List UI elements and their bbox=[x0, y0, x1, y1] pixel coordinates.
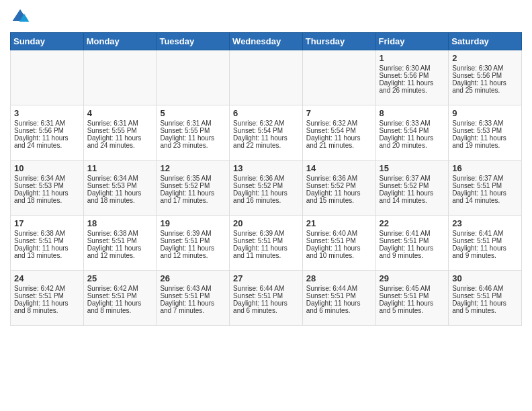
day-number: 12 bbox=[160, 163, 226, 173]
day-number: 3 bbox=[14, 108, 80, 118]
calendar-cell: 21Sunrise: 6:40 AMSunset: 5:51 PMDayligh… bbox=[302, 216, 375, 271]
day-number: 7 bbox=[306, 108, 372, 118]
col-sunday: Sunday bbox=[11, 33, 84, 50]
calendar-cell: 29Sunrise: 6:45 AMSunset: 5:51 PMDayligh… bbox=[375, 271, 449, 326]
day-number: 18 bbox=[87, 218, 153, 228]
day-number: 8 bbox=[380, 108, 445, 118]
logo-icon bbox=[10, 7, 30, 27]
calendar-cell: 30Sunrise: 6:46 AMSunset: 5:51 PMDayligh… bbox=[449, 271, 522, 326]
calendar-cell: 9Sunrise: 6:33 AMSunset: 5:53 PMDaylight… bbox=[449, 105, 522, 161]
calendar-cell: 22Sunrise: 6:41 AMSunset: 5:51 PMDayligh… bbox=[375, 216, 449, 271]
calendar-cell: 3Sunrise: 6:31 AMSunset: 5:56 PMDaylight… bbox=[11, 105, 84, 161]
day-number: 24 bbox=[14, 273, 80, 283]
calendar-cell bbox=[157, 50, 230, 105]
calendar-cell: 15Sunrise: 6:37 AMSunset: 5:52 PMDayligh… bbox=[375, 161, 449, 216]
logo bbox=[10, 7, 33, 27]
day-number: 13 bbox=[233, 163, 299, 173]
calendar-cell bbox=[230, 50, 303, 105]
calendar-cell: 28Sunrise: 6:44 AMSunset: 5:51 PMDayligh… bbox=[302, 271, 375, 326]
day-number: 1 bbox=[380, 53, 445, 63]
day-number: 4 bbox=[87, 108, 153, 118]
calendar-cell: 19Sunrise: 6:39 AMSunset: 5:51 PMDayligh… bbox=[157, 216, 230, 271]
calendar-cell: 17Sunrise: 6:38 AMSunset: 5:51 PMDayligh… bbox=[11, 216, 84, 271]
day-number: 17 bbox=[14, 218, 80, 228]
calendar-cell: 26Sunrise: 6:43 AMSunset: 5:51 PMDayligh… bbox=[157, 271, 230, 326]
day-number: 21 bbox=[306, 218, 372, 228]
day-number: 11 bbox=[87, 163, 153, 173]
calendar-cell: 6Sunrise: 6:32 AMSunset: 5:54 PMDaylight… bbox=[230, 105, 303, 161]
day-number: 29 bbox=[380, 273, 445, 283]
day-number: 9 bbox=[452, 108, 518, 118]
calendar-cell: 14Sunrise: 6:36 AMSunset: 5:52 PMDayligh… bbox=[302, 161, 375, 216]
calendar-week-2: 3Sunrise: 6:31 AMSunset: 5:56 PMDaylight… bbox=[11, 105, 522, 161]
calendar-cell: 27Sunrise: 6:44 AMSunset: 5:51 PMDayligh… bbox=[230, 271, 303, 326]
calendar-cell bbox=[83, 50, 157, 105]
calendar-cell: 20Sunrise: 6:39 AMSunset: 5:51 PMDayligh… bbox=[230, 216, 303, 271]
day-number: 28 bbox=[306, 273, 372, 283]
day-number: 6 bbox=[233, 108, 299, 118]
day-number: 15 bbox=[380, 163, 445, 173]
day-number: 23 bbox=[452, 218, 518, 228]
calendar-cell: 7Sunrise: 6:32 AMSunset: 5:54 PMDaylight… bbox=[302, 105, 375, 161]
calendar-cell: 4Sunrise: 6:31 AMSunset: 5:55 PMDaylight… bbox=[83, 105, 157, 161]
day-number: 10 bbox=[14, 163, 80, 173]
col-friday: Friday bbox=[375, 33, 449, 50]
calendar-cell bbox=[302, 50, 375, 105]
day-number: 16 bbox=[452, 163, 518, 173]
day-number: 25 bbox=[87, 273, 153, 283]
col-tuesday: Tuesday bbox=[157, 33, 230, 50]
day-number: 2 bbox=[452, 53, 518, 63]
calendar-cell: 24Sunrise: 6:42 AMSunset: 5:51 PMDayligh… bbox=[11, 271, 84, 326]
day-number: 20 bbox=[233, 218, 299, 228]
calendar-cell: 18Sunrise: 6:38 AMSunset: 5:51 PMDayligh… bbox=[83, 216, 157, 271]
calendar-week-1: 1Sunrise: 6:30 AMSunset: 5:56 PMDaylight… bbox=[11, 50, 522, 105]
header bbox=[10, 7, 522, 27]
day-number: 14 bbox=[306, 163, 372, 173]
day-number: 27 bbox=[233, 273, 299, 283]
day-number: 26 bbox=[160, 273, 226, 283]
calendar-cell bbox=[11, 50, 84, 105]
col-thursday: Thursday bbox=[302, 33, 375, 50]
calendar-cell: 11Sunrise: 6:34 AMSunset: 5:53 PMDayligh… bbox=[83, 161, 157, 216]
main-container: Sunday Monday Tuesday Wednesday Thursday… bbox=[0, 0, 532, 332]
calendar-cell: 5Sunrise: 6:31 AMSunset: 5:55 PMDaylight… bbox=[157, 105, 230, 161]
col-saturday: Saturday bbox=[449, 33, 522, 50]
calendar-cell: 2Sunrise: 6:30 AMSunset: 5:56 PMDaylight… bbox=[449, 50, 522, 105]
header-row: Sunday Monday Tuesday Wednesday Thursday… bbox=[11, 33, 522, 50]
calendar-cell: 10Sunrise: 6:34 AMSunset: 5:53 PMDayligh… bbox=[11, 161, 84, 216]
calendar-week-5: 24Sunrise: 6:42 AMSunset: 5:51 PMDayligh… bbox=[11, 271, 522, 326]
calendar-week-3: 10Sunrise: 6:34 AMSunset: 5:53 PMDayligh… bbox=[11, 161, 522, 216]
day-number: 19 bbox=[160, 218, 226, 228]
calendar-cell: 12Sunrise: 6:35 AMSunset: 5:52 PMDayligh… bbox=[157, 161, 230, 216]
calendar-cell: 23Sunrise: 6:41 AMSunset: 5:51 PMDayligh… bbox=[449, 216, 522, 271]
calendar-cell: 16Sunrise: 6:37 AMSunset: 5:51 PMDayligh… bbox=[449, 161, 522, 216]
calendar-cell: 1Sunrise: 6:30 AMSunset: 5:56 PMDaylight… bbox=[375, 50, 449, 105]
col-wednesday: Wednesday bbox=[230, 33, 303, 50]
calendar-week-4: 17Sunrise: 6:38 AMSunset: 5:51 PMDayligh… bbox=[11, 216, 522, 271]
day-number: 22 bbox=[380, 218, 445, 228]
day-number: 5 bbox=[160, 108, 226, 118]
calendar-table: Sunday Monday Tuesday Wednesday Thursday… bbox=[10, 32, 522, 326]
calendar-cell: 8Sunrise: 6:33 AMSunset: 5:54 PMDaylight… bbox=[375, 105, 449, 161]
day-number: 30 bbox=[452, 273, 518, 283]
calendar-cell: 13Sunrise: 6:36 AMSunset: 5:52 PMDayligh… bbox=[230, 161, 303, 216]
calendar-cell: 25Sunrise: 6:42 AMSunset: 5:51 PMDayligh… bbox=[83, 271, 157, 326]
col-monday: Monday bbox=[83, 33, 157, 50]
